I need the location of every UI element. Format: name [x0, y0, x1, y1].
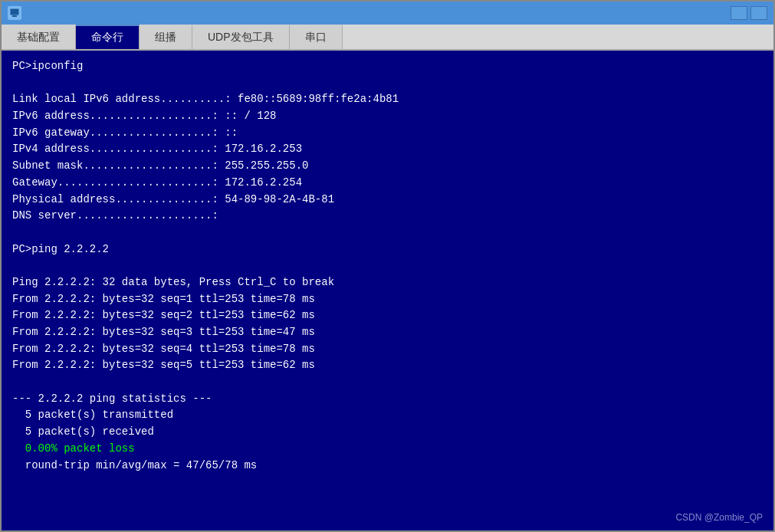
terminal-line: From 2.2.2.2: bytes=32 seq=1 ttl=253 tim…: [12, 291, 763, 308]
terminal-line: Ping 2.2.2.2: 32 data bytes, Press Ctrl_…: [12, 274, 763, 291]
terminal-line: From 2.2.2.2: bytes=32 seq=5 ttl=253 tim…: [12, 357, 763, 374]
terminal-line: IPv6 gateway...................: ::: [12, 125, 763, 142]
main-window: 基础配置命令行组播UDP发包工具串口 PC>ipconfigLink local…: [0, 0, 775, 532]
terminal-line: From 2.2.2.2: bytes=32 seq=4 ttl=253 tim…: [12, 341, 763, 358]
terminal-line: 5 packet(s) transmitted: [12, 407, 763, 424]
terminal-empty-line: [12, 374, 763, 391]
watermark: CSDN @Zombie_QP: [675, 511, 763, 524]
svg-rect-0: [10, 8, 19, 15]
tab-4[interactable]: 串口: [290, 25, 343, 49]
terminal-line: PC>ping 2.2.2.2: [12, 241, 763, 258]
maximize-button[interactable]: [750, 6, 767, 20]
terminal-empty-line: [12, 225, 763, 241]
terminal-line: From 2.2.2.2: bytes=32 seq=3 ttl=253 tim…: [12, 324, 763, 341]
terminal-line: Subnet mask....................: 255.255…: [12, 158, 763, 175]
terminal-line: DNS server.....................:: [12, 208, 763, 225]
terminal-line: round-trip min/avg/max = 47/65/78 ms: [12, 458, 763, 475]
tab-0[interactable]: 基础配置: [2, 25, 76, 49]
terminal-line: --- 2.2.2.2 ping statistics ---: [12, 391, 763, 408]
terminal-line: Link local IPv6 address..........: fe80:…: [12, 91, 763, 108]
tab-bar: 基础配置命令行组播UDP发包工具串口: [2, 25, 773, 51]
tab-3[interactable]: UDP发包工具: [192, 25, 290, 49]
terminal-line: PC>ipconfig: [12, 58, 763, 75]
minimize-button[interactable]: [731, 6, 747, 20]
terminal-line: 0.00% packet loss: [12, 441, 763, 458]
terminal-area[interactable]: PC>ipconfigLink local IPv6 address......…: [2, 51, 773, 530]
terminal-line: From 2.2.2.2: bytes=32 seq=2 ttl=253 tim…: [12, 307, 763, 324]
terminal-line: IPv6 address...................: :: / 12…: [12, 108, 763, 125]
terminal-line: Physical address...............: 54-89-9…: [12, 192, 763, 209]
terminal-empty-line: [12, 75, 763, 92]
tab-2[interactable]: 组播: [140, 25, 192, 49]
window-controls: [731, 6, 767, 20]
terminal-line: 5 packet(s) received: [12, 424, 763, 441]
window-icon: [8, 6, 21, 20]
svg-rect-2: [11, 17, 18, 18]
title-bar-left: [8, 6, 26, 20]
title-bar: [2, 2, 773, 25]
tab-1[interactable]: 命令行: [76, 25, 140, 49]
terminal-line: Gateway........................: 172.16.…: [12, 175, 763, 192]
terminal-empty-line: [12, 258, 763, 274]
terminal-line: IPv4 address...................: 172.16.…: [12, 141, 763, 158]
svg-rect-1: [12, 15, 17, 17]
